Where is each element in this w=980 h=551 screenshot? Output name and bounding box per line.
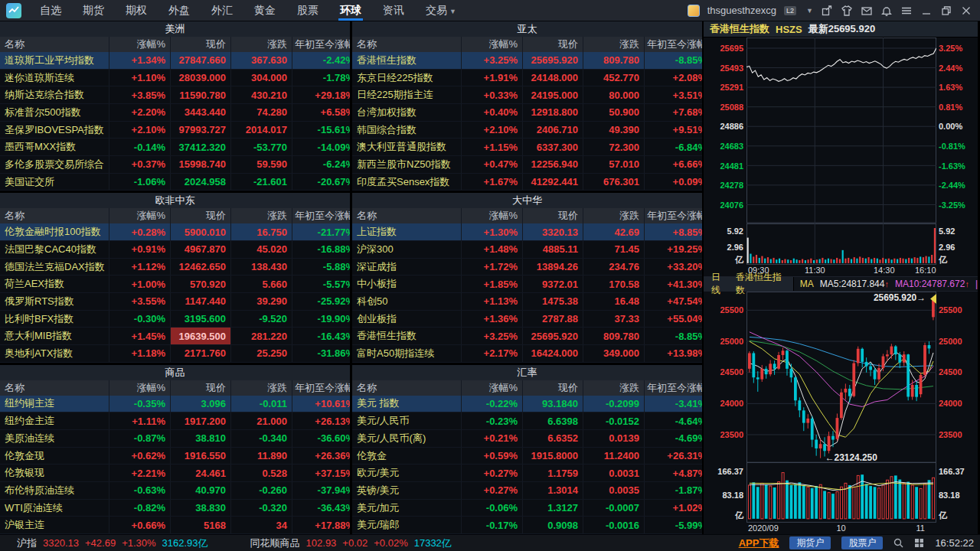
column-header[interactable]: 现价	[171, 208, 231, 223]
table-row[interactable]: 欧元/美元+0.27%1.17590.0031+4.87%	[352, 465, 702, 482]
table-row[interactable]: 伦敦金融时报100指数+0.28%5900.01016.750-21.77%	[0, 223, 350, 241]
column-header[interactable]: 涨幅%	[462, 208, 523, 223]
table-row[interactable]: 伦敦金现+0.62%1916.55011.890+26.36%	[0, 448, 350, 465]
status-shanghai-index[interactable]: 沪指 3320.13 +42.69 +1.30% 3162.93亿	[17, 536, 208, 550]
table-row[interactable]: 奥地利ATX指数+1.18%2171.76025.250-31.86%	[0, 345, 350, 363]
table-row[interactable]: 多伦多股票交易所综合+0.37%15998.74059.590-6.24%	[0, 156, 350, 174]
column-header[interactable]: 现价	[523, 37, 583, 52]
table-row[interactable]: 俄罗斯RTS指数+3.55%1147.44039.290-25.92%	[0, 293, 350, 311]
table-row[interactable]: 东京日经225指数+1.91%24148.000452.770+2.08%	[352, 70, 702, 87]
column-header[interactable]: 年初至今涨幅	[292, 380, 350, 396]
column-header[interactable]: 名称	[0, 208, 109, 223]
column-header[interactable]: 涨幅%	[462, 380, 523, 396]
table-row[interactable]: 创业板指+1.36%2787.8837.33+55.04%	[352, 311, 702, 328]
table-row[interactable]: 法国巴黎CAC40指数+0.91%4967.87045.020-16.88%	[0, 241, 350, 259]
nav-tab-期货[interactable]: 期货	[72, 0, 115, 21]
table-row[interactable]: WTI原油连续-0.82%38.830-0.320-36.43%	[0, 500, 350, 517]
column-header[interactable]: 现价	[171, 380, 231, 396]
report-grid-icon[interactable]	[914, 538, 924, 548]
stock-account-button[interactable]: 股票户	[841, 536, 883, 549]
intraday-plot[interactable]	[746, 37, 936, 223]
skin-theme-icon[interactable]	[841, 5, 853, 17]
table-row[interactable]: 香港恒生指数+3.25%25695.920809.780-8.85%	[352, 328, 702, 345]
column-header[interactable]: 现价	[523, 208, 583, 223]
table-row[interactable]: 沪深300+1.48%4885.1171.45+19.25%	[352, 241, 702, 259]
table-row[interactable]: 上证指数+1.30%3320.1342.69+8.85%	[352, 223, 702, 241]
table-row[interactable]: 台湾加权指数+0.40%12918.80050.900+7.68%	[352, 104, 702, 122]
nav-tab-期权[interactable]: 期权	[115, 0, 158, 21]
column-header[interactable]: 现价	[171, 37, 231, 52]
nav-tab-环球[interactable]: 环球	[329, 0, 372, 21]
ma-indicator-label[interactable]: MA	[800, 279, 814, 289]
table-row[interactable]: 科创50+1.13%1475.3816.48+47.54%	[352, 293, 702, 311]
minimize-icon[interactable]	[920, 5, 933, 17]
nav-tab-股票[interactable]: 股票	[286, 0, 329, 21]
column-header[interactable]: 涨幅%	[109, 208, 171, 223]
table-row[interactable]: 美元/人民币-0.23%6.6398-0.0152-4.64%	[352, 412, 702, 430]
intraday-volume-plot[interactable]	[746, 223, 936, 265]
table-row[interactable]: 深证成指+1.72%13894.26234.76+33.20%	[352, 259, 702, 276]
nav-tab-外汇[interactable]: 外汇	[201, 0, 243, 21]
kline-plot[interactable]: 25695.920→←23124.250	[746, 292, 936, 463]
table-row[interactable]: 道琼斯工业平均指数+1.34%27847.660367.630-2.42%	[0, 52, 350, 70]
column-header[interactable]: 名称	[352, 208, 462, 223]
table-row[interactable]: 美元/瑞郎-0.17%0.9098-0.0016-5.99%	[352, 517, 702, 534]
table-row[interactable]: 富时A50期指连续+2.17%16424.000349.000+13.98%	[352, 345, 702, 363]
table-row[interactable]: 纽约金主连+1.11%1917.20021.000+26.13%	[0, 412, 350, 430]
column-header[interactable]: 涨幅%	[462, 37, 523, 52]
user-caret-icon[interactable]: ▼	[806, 7, 813, 15]
table-row[interactable]: 伦敦金+0.59%1915.800011.2400+26.31%	[352, 448, 702, 465]
table-row[interactable]: 伦敦银现+2.21%24.4610.528+37.15%	[0, 465, 350, 482]
column-header[interactable]: 名称	[0, 37, 109, 52]
table-row[interactable]: 日经225期指主连+0.33%24195.00080.000+3.51%	[352, 86, 702, 104]
column-header[interactable]: 名称	[352, 37, 462, 52]
window-switch-icon[interactable]	[821, 5, 833, 17]
user-avatar[interactable]	[688, 5, 700, 17]
table-row[interactable]: 澳大利亚普通股指数+1.15%6337.30072.300-6.84%	[352, 139, 702, 156]
table-row[interactable]: 韩国综合指数+2.10%2406.71049.390+9.51%	[352, 122, 702, 139]
restore-window-icon[interactable]	[940, 5, 952, 17]
futures-account-button[interactable]: 期货户	[789, 536, 831, 549]
nav-tab-自选[interactable]: 自选	[29, 0, 72, 21]
table-row[interactable]: 美元/加元-0.06%1.3127-0.0007+1.02%	[352, 500, 702, 517]
table-row[interactable]: 纳斯达克综合指数+3.85%11590.780430.210+29.18%	[0, 86, 350, 104]
table-row[interactable]: 沪银主连+0.66%516834+17.88%	[0, 517, 350, 534]
column-header[interactable]: 名称	[0, 380, 109, 396]
column-header[interactable]: 年初至今涨幅	[292, 37, 350, 52]
table-row[interactable]: 德国法兰克福DAX指数+1.12%12462.650138.430-5.88%	[0, 259, 350, 276]
table-row[interactable]: 香港恒生指数+3.25%25695.920809.780-8.85%	[352, 52, 702, 70]
column-header[interactable]: 名称	[352, 380, 462, 396]
status-ths-commodity[interactable]: 同花顺商品 102.93 +0.02 +0.02% 17332亿	[250, 536, 452, 550]
column-header[interactable]: 涨跌	[231, 208, 292, 223]
nav-tab-资讯[interactable]: 资讯	[372, 0, 415, 21]
table-row[interactable]: 墨西哥MXX指数-0.14%37412.320-53.770-14.09%	[0, 139, 350, 156]
kline-volume-plot[interactable]	[746, 462, 936, 523]
column-header[interactable]: 年初至今涨幅	[645, 37, 702, 52]
column-header[interactable]: 涨跌	[583, 208, 645, 223]
search-icon[interactable]	[893, 538, 903, 548]
menu-list-icon[interactable]	[900, 5, 913, 17]
column-header[interactable]: 涨幅%	[109, 380, 171, 396]
column-header[interactable]: 涨幅%	[109, 37, 171, 52]
column-header[interactable]: 涨跌	[583, 380, 645, 396]
nav-tab-外盘[interactable]: 外盘	[158, 0, 201, 21]
table-row[interactable]: 比利时BFX指数-0.30%3195.600-9.520-19.90%	[0, 311, 350, 328]
table-row[interactable]: 美国证交所-1.06%2024.958-21.601-20.67%	[0, 174, 350, 191]
table-row[interactable]: 纽约铜主连-0.35%3.096-0.011+10.61%	[0, 396, 350, 413]
table-row[interactable]: 英镑/美元+0.27%1.30140.0035-1.87%	[352, 482, 702, 500]
table-row[interactable]: 美元/人民币(离)+0.21%6.63520.0139-4.69%	[352, 430, 702, 448]
table-row[interactable]: 新西兰股市NZ50指数+0.47%12256.94057.010+6.66%	[352, 156, 702, 174]
table-row[interactable]: 布伦特原油连续-0.63%40.970-0.260-37.94%	[0, 482, 350, 500]
close-window-icon[interactable]	[960, 5, 972, 17]
column-header[interactable]: 现价	[523, 380, 583, 396]
notification-bell-icon[interactable]	[880, 5, 893, 17]
column-header[interactable]: 年初至今涨幅	[292, 208, 350, 223]
table-row[interactable]: 圣保罗IBOVESPA指数+2.10%97993.7272014.017-15.…	[0, 122, 350, 139]
table-row[interactable]: 美原油连续-0.87%38.810-0.340-36.60%	[0, 430, 350, 448]
column-header[interactable]: 年初至今涨幅	[645, 208, 702, 223]
table-row[interactable]: 迷你道琼斯连续+1.10%28039.000304.000-1.78%	[0, 70, 350, 87]
app-download-link[interactable]: APP下载	[739, 536, 779, 550]
column-header[interactable]: 年初至今涨幅	[645, 380, 702, 396]
table-row[interactable]: 意大利MIB指数+1.45%19639.500281.220-16.43%	[0, 328, 350, 345]
table-row[interactable]: 中小板指+1.85%9372.01170.58+41.30%	[352, 276, 702, 293]
